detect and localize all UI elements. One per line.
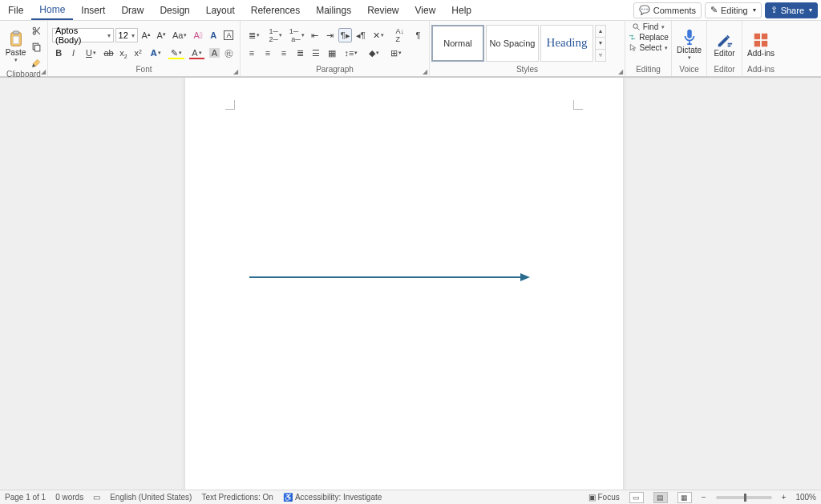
styles-scroll-down[interactable]: ▾ — [596, 38, 605, 50]
change-case-button[interactable]: Aa▾ — [170, 28, 190, 42]
grow-font-button[interactable]: A▴ — [140, 28, 153, 42]
editor-button[interactable]: Editor — [711, 23, 738, 65]
char-border-button[interactable]: A — [222, 28, 236, 42]
dictate-button[interactable]: Dictate ▾ — [676, 23, 702, 65]
status-words[interactable]: 0 words — [55, 493, 83, 502]
increase-indent-button[interactable]: ⇥ — [323, 28, 337, 42]
clipboard-icon — [7, 30, 25, 48]
char-shading-button[interactable]: A — [208, 46, 220, 60]
status-predictions[interactable]: Text Predictions: On — [201, 493, 273, 502]
font-launcher[interactable]: ◢ — [233, 68, 238, 75]
replace-button[interactable]: Replace — [626, 33, 670, 42]
bullets-button[interactable]: ≣▾ — [245, 28, 264, 42]
decrease-indent-button[interactable]: ⇤ — [308, 28, 322, 42]
paste-label: Paste — [6, 48, 26, 57]
tab-references[interactable]: References — [243, 0, 308, 20]
zoom-slider[interactable] — [716, 496, 772, 499]
copy-button[interactable] — [29, 39, 43, 54]
tab-insert[interactable]: Insert — [73, 0, 113, 20]
tab-review[interactable]: Review — [359, 0, 406, 20]
italic-button[interactable]: I — [67, 46, 79, 60]
ltr-button[interactable]: ¶▸ — [338, 28, 352, 42]
enclose-chars-button[interactable]: ㊓ — [223, 46, 236, 60]
svg-rect-8 — [687, 29, 692, 38]
snap-grid-button[interactable]: ▦ — [325, 46, 339, 60]
highlight-button[interactable]: ✎▾ — [167, 46, 186, 60]
tab-view[interactable]: View — [407, 0, 444, 20]
select-button[interactable]: Select▾ — [627, 43, 670, 52]
paragraph-launcher[interactable]: ◢ — [423, 68, 427, 75]
style-normal[interactable]: Normal — [431, 25, 484, 62]
font-color-button[interactable]: A▾ — [188, 46, 207, 60]
group-addins: Add-ins Add-ins — [742, 21, 779, 76]
proofing-icon: ▭ — [93, 493, 100, 502]
styles-expand[interactable]: ▿ — [596, 50, 605, 61]
font-name-select[interactable]: Aptos (Body) ▾ — [52, 28, 114, 42]
view-print-layout[interactable]: ▤ — [653, 492, 668, 503]
editing-mode-button[interactable]: ✎ Editing ▾ — [705, 2, 762, 18]
enclose-icon: ㊓ — [224, 47, 233, 59]
shading-button[interactable]: ◆▾ — [363, 46, 384, 60]
font-size-select[interactable]: 12 ▾ — [115, 28, 138, 42]
tab-help[interactable]: Help — [443, 0, 479, 20]
tab-mailings[interactable]: Mailings — [308, 0, 359, 20]
share-button[interactable]: ⇪ Share ▾ — [765, 2, 818, 18]
zoom-thumb[interactable] — [744, 494, 746, 502]
document-area[interactable] — [0, 77, 821, 490]
zoom-out-button[interactable]: − — [702, 493, 706, 502]
underline-button[interactable]: U▾ — [82, 46, 101, 60]
strikethrough-button[interactable]: ab — [102, 46, 115, 60]
phonetic-guide-button[interactable]: A — [207, 28, 220, 42]
addins-button[interactable]: Add-ins — [746, 23, 775, 65]
focus-mode-button[interactable]: ▣ Focus — [588, 493, 620, 502]
tab-layout[interactable]: Layout — [198, 0, 243, 20]
status-spellcheck[interactable]: ▭ — [93, 493, 100, 502]
svg-marker-14 — [520, 273, 530, 281]
justify-button[interactable]: ≣ — [293, 46, 307, 60]
arrow-shape[interactable] — [249, 270, 530, 278]
rtl-button[interactable]: ◂¶ — [354, 28, 367, 42]
clear-formatting-button[interactable]: A⃠ — [192, 28, 205, 42]
align-center-button[interactable]: ≡ — [261, 46, 275, 60]
show-marks-button[interactable]: ¶ — [411, 28, 425, 42]
align-left-button[interactable]: ≡ — [245, 46, 259, 60]
status-page[interactable]: Page 1 of 1 — [5, 493, 46, 502]
align-right-button[interactable]: ≡ — [277, 46, 291, 60]
subscript-button[interactable]: x2 — [117, 46, 130, 60]
multilevel-button[interactable]: 1─ a─▾ — [287, 28, 306, 42]
strike-icon: ab — [103, 48, 113, 58]
clipboard-launcher[interactable]: ◢ — [41, 68, 46, 75]
bold-button[interactable]: B — [52, 46, 65, 60]
style-no-spacing[interactable]: No Spacing — [486, 25, 539, 62]
tab-home[interactable]: Home — [31, 0, 73, 20]
shrink-font-button[interactable]: A▾ — [155, 28, 168, 42]
styles-scroll-up[interactable]: ▴ — [596, 26, 605, 38]
style-heading-1[interactable]: Heading — [540, 25, 593, 62]
superscript-button[interactable]: x2 — [131, 46, 144, 60]
find-label: Find — [643, 22, 658, 31]
comments-button[interactable]: 💬 Comments — [633, 2, 702, 18]
asian-layout-button[interactable]: ✕▾ — [369, 28, 388, 42]
view-web-layout[interactable]: ▦ — [677, 492, 692, 503]
line-spacing-button[interactable]: ↕≡▾ — [341, 46, 362, 60]
tab-design[interactable]: Design — [152, 0, 197, 20]
paste-button[interactable]: Paste ▾ — [4, 26, 27, 67]
tab-file[interactable]: File — [0, 0, 31, 20]
borders-button[interactable]: ⊞▾ — [386, 46, 406, 60]
styles-launcher[interactable]: ◢ — [618, 68, 623, 75]
find-button[interactable]: Find▾ — [630, 22, 666, 31]
zoom-in-button[interactable]: + — [782, 493, 787, 502]
page[interactable] — [185, 78, 623, 490]
cut-button[interactable] — [29, 23, 43, 38]
sort-button[interactable]: A↓Z — [390, 28, 410, 42]
numbering-button[interactable]: 1─2─▾ — [265, 28, 285, 42]
phonetic-icon: A — [210, 30, 216, 40]
superscript-icon: x2 — [135, 48, 142, 58]
text-effects-button[interactable]: A▾ — [146, 46, 165, 60]
tab-draw[interactable]: Draw — [113, 0, 152, 20]
status-accessibility[interactable]: ♿ Accessibility: Investigate — [283, 493, 382, 502]
distributed-button[interactable]: ☰ — [309, 46, 323, 60]
status-language[interactable]: English (United States) — [110, 493, 192, 502]
view-read-mode[interactable]: ▭ — [629, 492, 644, 503]
zoom-level[interactable]: 100% — [795, 493, 816, 502]
